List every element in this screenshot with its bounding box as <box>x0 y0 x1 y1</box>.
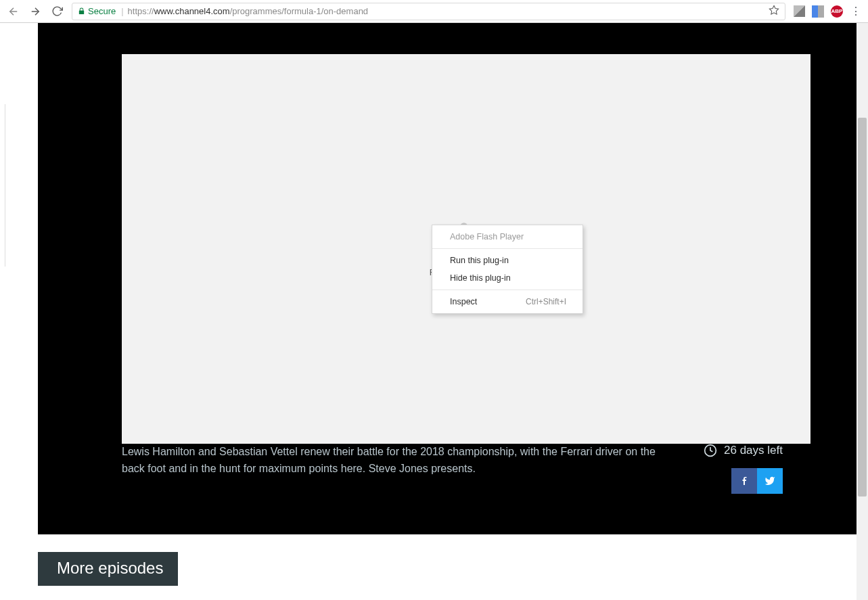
browser-toolbar: Secure | https://www.channel4.com/progra… <box>0 0 868 23</box>
left-edge-sliver <box>0 23 8 600</box>
reload-icon <box>51 5 63 17</box>
context-menu-inspect[interactable]: Inspect Ctrl+Shift+I <box>432 293 583 310</box>
lock-icon <box>78 7 85 16</box>
svg-marker-0 <box>769 5 778 14</box>
context-menu: Adobe Flash Player Run this plug-in Hide… <box>432 225 583 314</box>
arrow-right-icon <box>29 5 41 18</box>
reload-button[interactable] <box>47 2 66 21</box>
more-episodes-header: More episodes <box>38 552 178 586</box>
right-column: 26 days left <box>704 444 783 494</box>
abp-icon: ABP <box>831 5 843 18</box>
extension-abp-icon[interactable]: ABP <box>830 5 844 18</box>
star-icon <box>769 5 779 16</box>
facebook-icon <box>740 474 748 488</box>
url-text: https://www.channel4.com/programmes/form… <box>128 6 369 16</box>
back-button[interactable] <box>4 2 23 21</box>
secure-label: Secure <box>88 6 116 16</box>
context-menu-run-plugin[interactable]: Run this plug-in <box>432 252 583 269</box>
page-scrollbar[interactable] <box>856 23 868 600</box>
greyscale-icon <box>794 5 805 17</box>
translate-icon <box>812 5 824 18</box>
secure-indicator: Secure | <box>78 6 124 16</box>
days-left-label: 26 days left <box>724 444 783 457</box>
address-bar[interactable]: Secure | https://www.channel4.com/progra… <box>72 3 785 20</box>
episode-description: Lewis Hamilton and Sebastian Vettel rene… <box>122 444 677 478</box>
twitter-icon <box>763 476 777 486</box>
forward-button[interactable] <box>26 2 45 21</box>
bookmark-button[interactable] <box>769 5 779 18</box>
social-buttons <box>731 468 783 494</box>
description-row: Lewis Hamilton and Sebastian Vettel rene… <box>122 444 810 494</box>
scrollbar-thumb[interactable] <box>858 118 867 497</box>
arrow-left-icon <box>7 5 20 18</box>
share-facebook-button[interactable] <box>731 468 757 494</box>
page-content: Right-click to run A Lewis Hamilton and … <box>0 23 856 600</box>
context-menu-hide-plugin[interactable]: Hide this plug-in <box>432 269 583 287</box>
extension-grayscale-icon[interactable] <box>792 5 806 18</box>
context-menu-header: Adobe Flash Player <box>432 228 583 246</box>
menu-button[interactable]: ⋮ <box>849 5 863 18</box>
clock-icon <box>704 444 717 457</box>
days-left: 26 days left <box>704 444 783 457</box>
dots-vertical-icon: ⋮ <box>850 5 861 18</box>
extension-translate-icon[interactable] <box>811 5 825 18</box>
share-twitter-button[interactable] <box>757 468 783 494</box>
